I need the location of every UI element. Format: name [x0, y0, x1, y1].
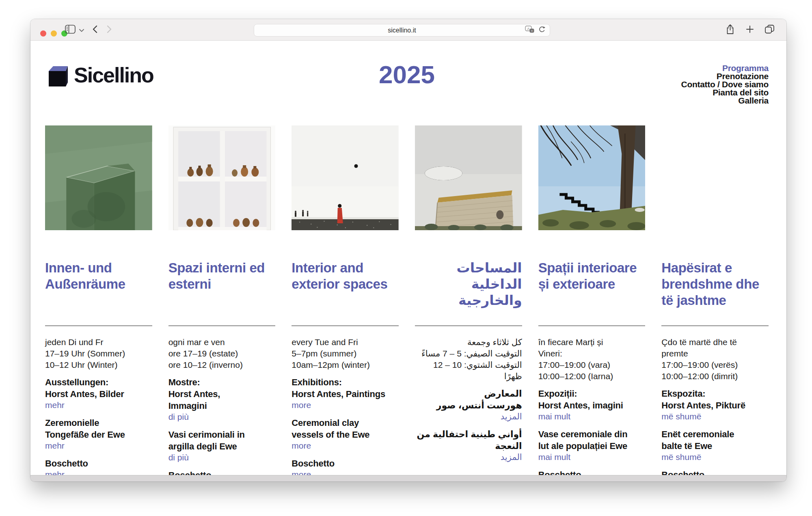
exhibition-title: Boschetto [292, 458, 399, 469]
exhibition-title: Ausstellungen: Horst Antes, Bilder [45, 376, 152, 400]
forward-button[interactable] [103, 19, 116, 41]
exhibition-title: Ceremonial clay vessels of the Ewe [292, 417, 399, 440]
exhibition-item: Vase ceremoniale din lut ale populației … [538, 428, 646, 462]
exhibition-title: Exhibitions: Horst Antes, Paintings [292, 376, 399, 400]
empty-thumb-slot [661, 125, 769, 230]
column-heading: المساحات الداخلية والخارجية [415, 260, 522, 326]
translate-icon[interactable]: A x [525, 26, 535, 35]
nav-programma[interactable]: Programma [435, 64, 769, 72]
tab-overview-button[interactable] [762, 19, 777, 41]
cube-logo-icon [45, 64, 68, 89]
exhibition-title: Ekspozita: Horst Antes, Pikturë [661, 388, 769, 411]
more-link[interactable]: mai mult [538, 411, 646, 421]
url-text: sicellino.it [388, 27, 416, 34]
address-bar[interactable]: sicellino.it A x [254, 24, 550, 37]
exhibition-item: Expoziții: Horst Antes, imagini mai mult [538, 388, 646, 421]
divider [45, 326, 152, 326]
column-heading: Hapësirat e brendshme dhe të jashtme [661, 260, 769, 326]
opening-hours: كل ثلاثاء وجمعة التوقيت الصيفي: 5 – 7 مس… [415, 337, 522, 382]
more-link[interactable]: më shumë [661, 452, 769, 462]
beach-image[interactable] [292, 125, 399, 230]
more-link[interactable]: mehr [45, 469, 152, 475]
tabs-overview-icon [764, 24, 775, 35]
reload-icon[interactable] [538, 26, 546, 35]
shelf-ceramics-image[interactable] [168, 125, 276, 230]
webpage: Sicellino 2025 Programma Prenotazione Co… [30, 41, 786, 475]
exhibition-item: Exhibitions: Horst Antes, Paintings more [292, 376, 399, 410]
window-bottom-edge [30, 475, 786, 481]
column-ar: المساحات الداخلية والخارجية كل ثلاثاء وج… [415, 125, 522, 475]
exhibition-item: Boschetto mehr [45, 458, 152, 475]
exhibition-item: Boschetto di più [168, 469, 276, 475]
minimize-window-button[interactable] [51, 30, 57, 37]
more-link[interactable]: more [292, 400, 399, 410]
exhibition-title: Boschetto [45, 458, 152, 469]
nav-pianta[interactable]: Pianta del sito [435, 89, 769, 97]
year-heading: 2025 [379, 63, 435, 86]
column-heading: Innen- und Außenräume [45, 260, 152, 326]
new-tab-button[interactable] [743, 19, 756, 41]
more-link[interactable]: di più [168, 452, 276, 462]
opening-hours: ogni mar e ven ore 17–19 (estate) ore 10… [168, 337, 276, 371]
divider [538, 326, 646, 326]
exhibition-title: Vasi cerimoniali in argilla degli Ewe [168, 429, 276, 452]
divider [168, 326, 276, 326]
nav-contatto[interactable]: Contatto / Dove siamo [435, 80, 769, 89]
opening-hours: jeden Di und Fr 17–19 Uhr (Sommer) 10–12… [45, 337, 152, 371]
column-en: Interior and exterior spaces every Tue a… [292, 125, 399, 475]
more-link[interactable]: mehr [45, 440, 152, 451]
column-ro: Spații interioare și exterioare în fieca… [538, 125, 646, 475]
tree-landscape-image[interactable] [538, 125, 646, 230]
more-link[interactable]: المزيد [415, 452, 522, 462]
exhibition-item: أواني طينية احتفالية من النعجة المزيد [415, 428, 522, 462]
share-button[interactable] [723, 19, 737, 41]
site-logo[interactable]: Sicellino [45, 64, 379, 89]
more-link[interactable]: di più [168, 412, 276, 422]
exhibition-item: Enët ceremoniale balte të Ewe më shumë [661, 428, 769, 462]
column-sq: Hapësirat e brendshme dhe të jashtme Çdo… [661, 125, 769, 475]
more-link[interactable]: mai mult [538, 452, 646, 462]
back-icon [92, 25, 97, 35]
exhibition-item: Zeremonielle Tongefäße der Ewe mehr [45, 417, 152, 451]
desktop: sicellino.it A x [0, 0, 812, 516]
exhibition-title: Expoziții: Horst Antes, imagini [538, 388, 646, 411]
chevron-down-icon [79, 26, 84, 34]
exhibition-item: Ausstellungen: Horst Antes, Bilder mehr [45, 376, 152, 410]
sidebar-menu-button[interactable] [78, 19, 86, 41]
exhibition-title: Boschetto [168, 469, 276, 475]
opening-hours: în fiecare Marți și Vineri: 17:00–19:00 … [538, 337, 646, 382]
opening-hours: every Tue and Fri 5–7pm (summer) 10am–12… [292, 337, 399, 371]
nav-galleria[interactable]: Galleria [435, 97, 769, 105]
svg-text:x: x [531, 29, 533, 32]
more-link[interactable]: more [292, 469, 399, 475]
nav-prenotazione[interactable]: Prenotazione [435, 72, 769, 80]
exhibition-title: Boschetto [661, 469, 769, 475]
divider [415, 326, 522, 326]
exhibition-title: Vase ceremoniale din lut ale populației … [538, 428, 646, 452]
exhibition-item: Boschetto më shumë [661, 469, 769, 475]
back-button[interactable] [88, 19, 101, 41]
divider [661, 326, 769, 326]
svg-text:A: A [527, 27, 529, 31]
exhibition-item: Ekspozita: Horst Antes, Pikturë më shumë [661, 388, 769, 421]
divider [292, 326, 399, 326]
more-link[interactable]: më shumë [661, 411, 769, 421]
exhibition-title: Enët ceremoniale balte të Ewe [661, 428, 769, 452]
stone-building-image[interactable] [415, 125, 522, 230]
green-house-painting-image[interactable] [45, 125, 152, 230]
column-heading: Spazi interni ed esterni [168, 260, 276, 326]
new-tab-icon [746, 25, 754, 35]
more-link[interactable]: more [292, 440, 399, 451]
exhibition-item: Vasi cerimoniali in argilla degli Ewe di… [168, 429, 276, 462]
close-window-button[interactable] [40, 30, 46, 37]
exhibition-title: Boschetto [538, 469, 646, 475]
sidebar-toggle-button[interactable] [63, 19, 78, 41]
site-title: Sicellino [74, 64, 153, 86]
exhibition-item: Boschetto more [292, 458, 399, 475]
exhibition-title: Mostre: Horst Antes, Immagini [168, 376, 276, 412]
page-header: Sicellino 2025 Programma Prenotazione Co… [45, 64, 769, 106]
more-link[interactable]: mehr [45, 400, 152, 410]
more-link[interactable]: المزيد [415, 411, 522, 421]
column-de: Innen- und Außenräume jeden Di und Fr 17… [45, 125, 152, 475]
column-heading: Interior and exterior spaces [292, 260, 399, 326]
